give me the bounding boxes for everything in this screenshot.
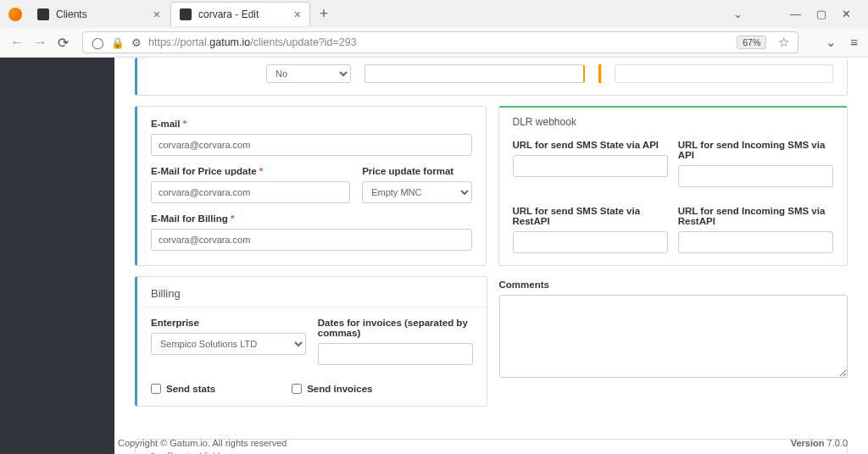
- billing-comments-row: Billing Enterprise Sempico Solutions LTD…: [135, 276, 848, 417]
- dlr-incoming-api-label: URL for send Incoming SMS via API: [678, 140, 833, 160]
- orange-divider: [598, 64, 601, 83]
- browser-chrome: Clients × corvara - Edit × + ⌄ — ▢ ✕ ← →…: [0, 0, 868, 58]
- zoom-badge[interactable]: 67%: [737, 36, 766, 49]
- billing-title: Billing: [137, 277, 487, 307]
- white-box: [615, 64, 834, 83]
- price-email-input[interactable]: [151, 181, 350, 203]
- url-security-icons: ◯ 🔒 ⚙: [92, 36, 142, 49]
- send-invoices-checkbox[interactable]: Send invoices: [292, 384, 372, 394]
- browser-toolbar: ← → ⟳ ◯ 🔒 ⚙ https://portal.gatum.io/clie…: [0, 28, 868, 57]
- enterprise-select[interactable]: Sempico Solutions LTD: [151, 333, 306, 355]
- email-card: E-mail * E-Mail for Price update * Price…: [135, 106, 487, 266]
- dlr-sms-rest-label: URL for send SMS State via RestAPI: [513, 206, 668, 226]
- permissions-icon: ⚙: [131, 36, 142, 49]
- close-window-button[interactable]: ✕: [842, 8, 851, 20]
- lock-icon: 🔒: [111, 36, 125, 49]
- version: Version 7.0.0: [791, 438, 848, 448]
- back-button[interactable]: ←: [10, 35, 24, 50]
- tab-title: Clients: [56, 8, 87, 20]
- reload-button[interactable]: ⟳: [58, 35, 69, 51]
- forward-button: →: [34, 35, 47, 50]
- price-format-select[interactable]: Empty MNC: [362, 181, 471, 203]
- pocket-icon[interactable]: ⌄: [826, 35, 837, 50]
- price-email-label: E-Mail for Price update *: [151, 166, 350, 176]
- bookmark-star-icon[interactable]: ☆: [778, 35, 789, 50]
- tab-clients[interactable]: Clients ×: [29, 3, 169, 26]
- tab-bar: Clients × corvara - Edit × + ⌄ — ▢ ✕: [0, 0, 868, 28]
- email-label: E-mail *: [151, 119, 472, 129]
- close-icon[interactable]: ×: [294, 8, 301, 21]
- tab-favicon: [180, 8, 192, 20]
- tab-favicon: [37, 8, 49, 20]
- dlr-incoming-api-input[interactable]: [678, 165, 833, 187]
- dlr-sms-api-label: URL for send SMS State via API: [513, 140, 668, 150]
- price-format-label: Price update format: [362, 166, 471, 176]
- tab-corvara-edit[interactable]: corvara - Edit ×: [170, 2, 310, 26]
- billing-email-input[interactable]: [151, 229, 472, 251]
- dlr-title: DLR webhook: [513, 116, 834, 131]
- select-no[interactable]: No: [266, 64, 351, 83]
- dlr-card: DLR webhook URL for send SMS State via A…: [498, 106, 849, 266]
- new-tab-button[interactable]: +: [312, 3, 336, 26]
- sidebar: [0, 58, 114, 454]
- comments-label: Comments: [499, 280, 849, 290]
- dlr-sms-api-input[interactable]: [513, 155, 668, 177]
- dates-label: Dates for invoices (separated by commas): [318, 318, 473, 338]
- close-icon[interactable]: ×: [153, 8, 160, 21]
- content: No E-mail * E-Mail for Price update *: [114, 58, 868, 454]
- billing-email-label: E-Mail for Billing *: [151, 213, 472, 224]
- page-wrap: No E-mail * E-Mail for Price update *: [0, 58, 868, 454]
- dlr-sms-rest-input[interactable]: [513, 231, 668, 253]
- window-controls: ⌄ — ▢ ✕: [733, 8, 861, 20]
- textarea-small[interactable]: [364, 64, 585, 83]
- dlr-incoming-rest-input[interactable]: [678, 231, 833, 253]
- toolbar-right: ⌄ ≡: [826, 35, 858, 50]
- minimize-button[interactable]: —: [790, 8, 801, 20]
- top-card: No: [135, 58, 848, 96]
- maximize-button[interactable]: ▢: [816, 8, 826, 20]
- shield-icon: ◯: [92, 36, 104, 49]
- page-footer: Copyright © Gatum.io. All rights reserve…: [118, 438, 848, 448]
- menu-icon[interactable]: ≡: [850, 35, 858, 50]
- billing-card: Billing Enterprise Sempico Solutions LTD…: [135, 276, 487, 407]
- chevron-down-icon[interactable]: ⌄: [733, 8, 743, 20]
- send-stats-checkbox[interactable]: Send stats: [151, 384, 215, 394]
- comments-section: Comments: [499, 276, 849, 417]
- copyright: Copyright © Gatum.io. All rights reserve…: [118, 438, 287, 448]
- enterprise-label: Enterprise: [151, 318, 306, 328]
- firefox-icon: [8, 8, 22, 21]
- tab-title: corvara - Edit: [198, 8, 259, 20]
- dates-input[interactable]: [318, 343, 473, 365]
- url-bar[interactable]: ◯ 🔒 ⚙ https://portal.gatum.io/clients/up…: [82, 31, 798, 53]
- comments-textarea[interactable]: [499, 295, 849, 378]
- email-dlr-row: E-mail * E-Mail for Price update * Price…: [135, 106, 848, 276]
- email-input[interactable]: [151, 134, 472, 156]
- url-text: https://portal.gatum.io/clients/update?i…: [148, 36, 357, 48]
- dlr-incoming-rest-label: URL for send Incoming SMS via RestAPI: [678, 206, 833, 226]
